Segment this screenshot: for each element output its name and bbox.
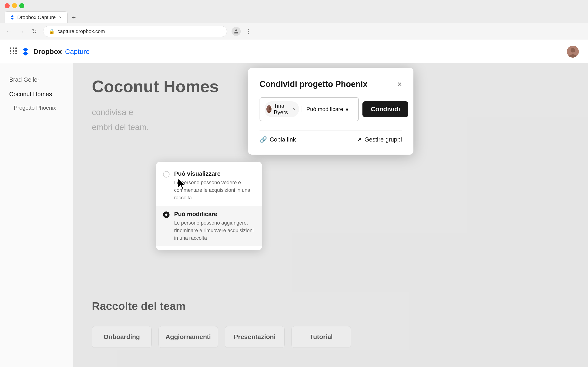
- external-link-icon: ↗: [357, 136, 362, 143]
- maximize-window-button[interactable]: [19, 3, 24, 8]
- radio-modificare: [163, 211, 170, 218]
- sidebar-item-brad-geller[interactable]: Brad Geller: [0, 73, 73, 87]
- permission-label: Può modificare: [306, 106, 343, 112]
- option-visualizzare-title: Può visualizzare: [174, 170, 255, 177]
- logo-dropbox-text: Dropbox: [34, 48, 62, 56]
- dialog-header: Condividi progetto Phoenix ×: [259, 79, 402, 89]
- app-logo: Dropbox Capture: [9, 47, 90, 57]
- radio-inner-dot: [165, 214, 167, 216]
- share-button[interactable]: Condividi: [363, 101, 408, 117]
- option-modificare[interactable]: Può modificare Le persone possono aggiun…: [156, 206, 262, 246]
- browser-addressbar: ← → ↻ 🔒 capture.dropbox.com ⋮: [0, 23, 588, 40]
- svg-rect-2: [13, 48, 14, 49]
- share-dialog: Condividi progetto Phoenix ×: [248, 68, 414, 155]
- sidebar: Brad Geller Coconut Homes Progetto Phoen…: [0, 63, 73, 367]
- browser-profile-button[interactable]: [232, 27, 241, 36]
- address-bar[interactable]: 🔒 capture.dropbox.com: [43, 26, 227, 37]
- tina-byers-avatar: [267, 105, 271, 113]
- user-avatar-header[interactable]: [567, 46, 579, 58]
- recipient-chip: Tina Byers ×: [265, 101, 299, 117]
- url-text: capture.dropbox.com: [57, 28, 105, 34]
- dialog-close-button[interactable]: ×: [397, 80, 402, 88]
- profile-icon: [233, 28, 239, 34]
- option-visualizzare[interactable]: Può visualizzare Le persone possono vede…: [156, 166, 262, 206]
- copy-link-label: Copia link: [270, 136, 296, 143]
- svg-rect-5: [13, 50, 14, 52]
- browser-menu-button[interactable]: ⋮: [245, 28, 251, 35]
- browser-titlebar: [0, 0, 588, 11]
- svg-point-12: [571, 48, 575, 52]
- traffic-lights: [5, 3, 24, 8]
- modal-overlay: Condividi progetto Phoenix ×: [73, 63, 588, 367]
- svg-point-0: [235, 29, 237, 31]
- option-modificare-content: Può modificare Le persone possono aggiun…: [174, 211, 255, 242]
- sidebar-item-coconut-homes[interactable]: Coconut Homes: [0, 87, 73, 101]
- avatar-image: [567, 46, 579, 58]
- svg-rect-8: [13, 53, 14, 54]
- option-modificare-desc: Le persone possono aggiungere, rinominar…: [174, 219, 255, 242]
- tab-title: Dropbox Capture: [17, 15, 56, 20]
- tab-favicon-icon: [9, 15, 15, 20]
- svg-rect-7: [10, 53, 11, 54]
- new-tab-button[interactable]: +: [69, 12, 79, 23]
- link-icon: 🔗: [259, 136, 267, 143]
- sidebar-item-progetto-phoenix[interactable]: Progetto Phoenix: [0, 101, 73, 114]
- browser-tab[interactable]: Dropbox Capture ×: [5, 11, 68, 23]
- app-header: Dropbox Capture: [0, 40, 588, 63]
- header-right: [567, 46, 579, 58]
- dialog-title: Condividi progetto Phoenix: [259, 79, 367, 89]
- browser-chrome: Dropbox Capture × + ← → ↻ 🔒 capture.drop…: [0, 0, 588, 40]
- browser-tab-bar: Dropbox Capture × +: [0, 11, 588, 23]
- tab-close-button[interactable]: ×: [58, 15, 63, 20]
- close-window-button[interactable]: [5, 3, 10, 8]
- dialog-footer: 🔗 Copia link ↗ Gestire gruppi: [259, 130, 402, 143]
- forward-button[interactable]: →: [17, 28, 26, 35]
- option-visualizzare-desc: Le persone possono vedere e commentare l…: [174, 179, 255, 201]
- chevron-down-icon: ∨: [345, 106, 349, 112]
- manage-groups-button[interactable]: ↗ Gestire gruppi: [357, 136, 402, 143]
- option-modificare-title: Può modificare: [174, 211, 255, 218]
- share-row: Tina Byers × Può modificare ∨ Condividi: [259, 97, 402, 121]
- refresh-button[interactable]: ↻: [30, 28, 39, 35]
- manage-groups-label: Gestire gruppi: [364, 136, 402, 143]
- chip-remove-button[interactable]: ×: [293, 107, 296, 112]
- back-button[interactable]: ←: [5, 28, 13, 35]
- svg-marker-10: [23, 48, 28, 56]
- chip-avatar: [267, 105, 271, 113]
- content-area: Coconut Homes condivisa e embri del team…: [73, 63, 588, 367]
- svg-rect-9: [15, 53, 17, 54]
- minimize-window-button[interactable]: [12, 3, 17, 8]
- logo-capture-text: Capture: [65, 48, 90, 56]
- grid-icon[interactable]: [9, 47, 17, 57]
- main-layout: Brad Geller Coconut Homes Progetto Phoen…: [0, 63, 588, 367]
- svg-rect-4: [10, 50, 11, 52]
- permission-menu: Può visualizzare Le persone possono vede…: [156, 162, 262, 250]
- apps-icon: [9, 47, 17, 55]
- svg-rect-3: [15, 48, 17, 49]
- recipient-input[interactable]: Tina Byers × Può modificare ∨: [259, 97, 359, 121]
- svg-rect-6: [15, 50, 17, 52]
- copy-link-button[interactable]: 🔗 Copia link: [259, 136, 296, 143]
- svg-rect-1: [10, 48, 11, 49]
- option-visualizzare-content: Può visualizzare Le persone possono vede…: [174, 170, 255, 201]
- chip-recipient-name: Tina Byers: [274, 103, 291, 116]
- radio-visualizzare: [163, 171, 170, 177]
- dropbox-logo-icon: [21, 47, 30, 56]
- lock-icon: 🔒: [49, 29, 55, 34]
- permission-dropdown[interactable]: Può modificare ∨: [302, 106, 354, 112]
